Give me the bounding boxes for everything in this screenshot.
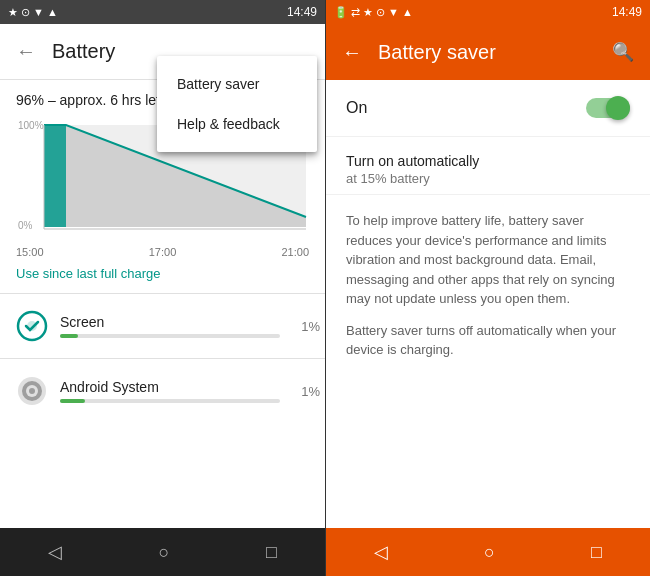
left-status-icons: ★ ⊙ ▼ ▲ (8, 6, 58, 19)
svg-point-12 (29, 388, 35, 394)
android-bar (60, 399, 85, 403)
auto-section[interactable]: Turn on automatically at 15% battery (326, 137, 650, 195)
right-signal-icon: ▲ (402, 6, 413, 18)
screen-item-info: Screen (60, 314, 280, 338)
dropdown-item-battery-saver[interactable]: Battery saver (157, 64, 317, 104)
right-nav-home[interactable]: ○ (460, 534, 519, 571)
screen-icon (16, 310, 48, 342)
left-nav-recents[interactable]: □ (242, 534, 301, 571)
left-time: 14:49 (287, 5, 317, 19)
search-icon[interactable]: 🔍 (612, 41, 634, 63)
left-nav-home[interactable]: ○ (135, 534, 194, 571)
right-page-title: Battery saver (378, 41, 596, 64)
right-nav-recents[interactable]: □ (567, 534, 626, 571)
left-status-bar: ★ ⊙ ▼ ▲ 14:49 (0, 0, 325, 24)
description-text-2: Battery saver turns off automatically wh… (346, 321, 630, 360)
right-nav-back[interactable]: ◁ (350, 533, 412, 571)
divider-2 (0, 358, 325, 359)
right-star-icon: ★ (363, 6, 373, 19)
battery-item-screen[interactable]: Screen 1% (0, 298, 325, 354)
auto-subtitle: at 15% battery (346, 171, 630, 186)
left-back-button[interactable]: ← (16, 40, 36, 63)
right-panel: 🔋 ⇄ ★ ⊙ ▼ ▲ 14:49 ← Battery saver 🔍 On T… (325, 0, 650, 576)
screen-icon-container (16, 308, 48, 344)
android-icon (16, 375, 48, 407)
on-label: On (346, 99, 367, 117)
chart-label-3: 21:00 (281, 246, 309, 258)
signal-icon: ▲ (47, 6, 58, 18)
dropdown-menu: Battery saver Help & feedback (157, 56, 317, 152)
battery-item-android[interactable]: Android System 1% (0, 363, 325, 419)
svg-rect-3 (44, 125, 66, 227)
toggle-thumb (606, 96, 630, 120)
divider-1 (0, 293, 325, 294)
chart-x-labels: 15:00 17:00 21:00 (0, 242, 325, 258)
screen-bar (60, 334, 78, 338)
left-bottom-nav: ◁ ○ □ (0, 528, 325, 576)
android-icon-container (16, 373, 48, 409)
android-item-name: Android System (60, 379, 280, 395)
on-toggle-row[interactable]: On (326, 80, 650, 137)
right-wifi-icon: ▼ (388, 6, 399, 18)
chart-label-2: 17:00 (149, 246, 177, 258)
android-bar-bg (60, 399, 280, 403)
circle-icon: ⊙ (21, 6, 30, 19)
right-bottom-nav: ◁ ○ □ (326, 528, 650, 576)
on-toggle[interactable] (586, 96, 630, 120)
screen-pct: 1% (292, 319, 320, 334)
right-sync-icon: ⇄ (351, 6, 360, 19)
right-status-bar: 🔋 ⇄ ★ ⊙ ▼ ▲ 14:49 (326, 0, 650, 24)
screen-item-name: Screen (60, 314, 280, 330)
svg-text:0%: 0% (18, 220, 33, 231)
description-section: To help improve battery life, battery sa… (326, 195, 650, 388)
use-since-label: Use since last full charge (0, 258, 325, 289)
svg-text:100%: 100% (18, 120, 44, 131)
svg-point-8 (27, 321, 37, 331)
auto-title: Turn on automatically (346, 153, 630, 169)
right-battery-icon: 🔋 (334, 6, 348, 19)
right-status-icons: 🔋 ⇄ ★ ⊙ ▼ ▲ (334, 6, 413, 19)
right-circle-icon: ⊙ (376, 6, 385, 19)
star-icon: ★ (8, 6, 18, 19)
left-nav-back[interactable]: ◁ (24, 533, 86, 571)
screen-bar-bg (60, 334, 280, 338)
right-time: 14:49 (612, 5, 642, 19)
dropdown-item-help[interactable]: Help & feedback (157, 104, 317, 144)
android-pct: 1% (292, 384, 320, 399)
battery-summary-text: 96% – approx. 6 hrs left (16, 92, 164, 108)
left-panel: ★ ⊙ ▼ ▲ 14:49 ← Battery 96% – approx. 6 … (0, 0, 325, 576)
right-back-button[interactable]: ← (342, 41, 362, 64)
right-toolbar: ← Battery saver 🔍 (326, 24, 650, 80)
description-text-1: To help improve battery life, battery sa… (346, 211, 630, 309)
chart-label-1: 15:00 (16, 246, 44, 258)
wifi-icon: ▼ (33, 6, 44, 18)
android-item-info: Android System (60, 379, 280, 403)
battery-saver-content: On Turn on automatically at 15% battery … (326, 80, 650, 528)
